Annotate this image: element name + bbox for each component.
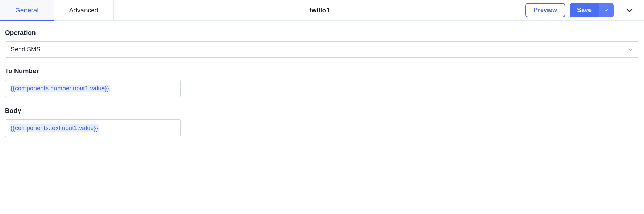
tab-advanced-label: Advanced: [69, 7, 99, 14]
body-label: Body: [5, 107, 639, 115]
preview-button[interactable]: Preview: [525, 3, 565, 17]
chevron-down-icon: [604, 8, 609, 13]
collapse-button[interactable]: [622, 3, 637, 18]
header-bar: General Advanced twilio1 Preview Save: [0, 0, 644, 21]
chevron-down-icon: [625, 6, 634, 15]
page-title: twilio1: [309, 7, 330, 14]
title-section: twilio1: [114, 7, 525, 14]
operation-select-value: Send SMS: [11, 46, 40, 53]
save-dropdown-button[interactable]: [599, 3, 614, 17]
body-token: {{components.textinput1.value}}: [10, 124, 99, 132]
tab-advanced[interactable]: Advanced: [54, 0, 114, 20]
save-button-group: Save: [570, 3, 614, 17]
save-button[interactable]: Save: [570, 3, 599, 17]
content-area: Operation Send SMS To Number {{component…: [0, 21, 644, 155]
body-input[interactable]: {{components.textinput1.value}}: [5, 119, 181, 137]
form-group-operation: Operation Send SMS: [5, 29, 639, 58]
actions-container: Preview Save: [525, 3, 644, 18]
to-number-token: {{components.numberinput1.value}}: [10, 85, 110, 92]
tabs-container: General Advanced: [0, 0, 114, 20]
operation-select-wrapper: Send SMS: [5, 41, 639, 58]
to-number-label: To Number: [5, 67, 639, 75]
tab-general-label: General: [15, 7, 39, 14]
operation-label: Operation: [5, 29, 639, 37]
tab-general[interactable]: General: [0, 0, 54, 20]
operation-select[interactable]: Send SMS: [5, 41, 639, 58]
to-number-input[interactable]: {{components.numberinput1.value}}: [5, 80, 181, 97]
form-group-body: Body {{components.textinput1.value}}: [5, 107, 639, 137]
form-group-to-number: To Number {{components.numberinput1.valu…: [5, 67, 639, 97]
